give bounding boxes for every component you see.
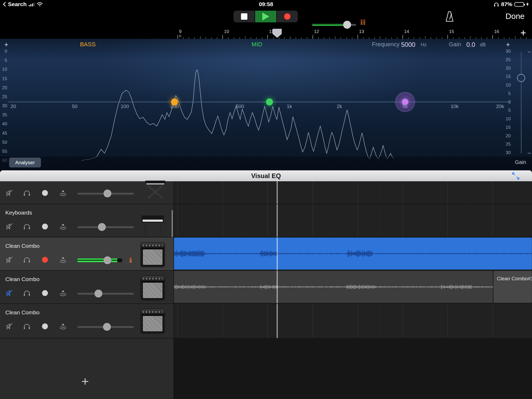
play-icon bbox=[262, 13, 269, 20]
track-row-partial[interactable] bbox=[0, 181, 174, 204]
master-level-meter bbox=[361, 20, 365, 24]
mute-icon[interactable] bbox=[5, 223, 13, 231]
output-icon[interactable] bbox=[59, 223, 67, 231]
solo-headphones-icon[interactable] bbox=[23, 223, 31, 231]
record-enable-button[interactable] bbox=[42, 290, 48, 296]
clip-indicator bbox=[130, 258, 132, 262]
track-row-keyboards[interactable]: Keyboards bbox=[0, 204, 174, 237]
mute-icon-active[interactable] bbox=[5, 289, 13, 297]
track-image[interactable] bbox=[140, 275, 165, 301]
region-label: Clean Combo#12 bbox=[497, 276, 532, 282]
output-icon[interactable] bbox=[59, 189, 67, 197]
record-enable-button[interactable] bbox=[42, 224, 48, 229]
ruler-add-button[interactable]: + bbox=[520, 27, 526, 39]
volume-thumb[interactable] bbox=[103, 323, 111, 331]
record-enable-button[interactable] bbox=[42, 257, 48, 263]
record-button[interactable] bbox=[277, 11, 298, 22]
ruler-tick bbox=[222, 35, 223, 39]
volume-thumb[interactable] bbox=[103, 190, 111, 198]
mute-icon[interactable] bbox=[5, 322, 13, 330]
eq-gain-slider[interactable] bbox=[521, 52, 522, 153]
metronome-button[interactable] bbox=[445, 11, 454, 22]
clock: 09:58 bbox=[0, 0, 532, 9]
track-image[interactable] bbox=[144, 180, 169, 205]
master-volume-thumb[interactable] bbox=[343, 21, 351, 29]
done-button[interactable]: Done bbox=[505, 12, 525, 21]
eq-node-bass[interactable] bbox=[171, 98, 178, 105]
volume-level-meter[interactable] bbox=[77, 256, 134, 264]
ruler-tick bbox=[177, 35, 178, 39]
track-row-clean-combo-3[interactable]: Clean Combo bbox=[0, 303, 174, 338]
play-button[interactable] bbox=[255, 11, 276, 22]
audio-region-clean-combo-take[interactable] bbox=[174, 271, 493, 303]
volume-thumb[interactable] bbox=[94, 290, 102, 298]
ruler-bar-number: 11 bbox=[269, 29, 274, 34]
ruler-tick bbox=[447, 35, 448, 39]
track-list-scrollbar[interactable] bbox=[172, 210, 173, 238]
analyser-toggle-button[interactable]: Analyser bbox=[9, 158, 41, 167]
track-row-clean-combo-2[interactable]: Clean Combo bbox=[0, 270, 174, 303]
solo-headphones-icon[interactable] bbox=[23, 189, 31, 197]
eq-gain-slider-thumb[interactable] bbox=[517, 74, 525, 82]
track-header-list: Keyboards Clean Combo bbox=[0, 181, 174, 399]
waveform-blue bbox=[174, 238, 532, 270]
spectrum-analyser-curve bbox=[0, 39, 532, 170]
transport-toolbar: Done bbox=[0, 9, 532, 29]
stop-button[interactable] bbox=[234, 11, 255, 22]
track-image[interactable] bbox=[140, 242, 165, 267]
output-icon[interactable] bbox=[59, 289, 67, 297]
waveform-gray bbox=[174, 271, 493, 303]
output-icon[interactable] bbox=[59, 256, 67, 264]
ruler-tick bbox=[200, 36, 201, 39]
volume-slider[interactable] bbox=[77, 223, 134, 231]
playhead-line bbox=[277, 181, 277, 338]
solo-headphones-icon[interactable] bbox=[23, 256, 31, 264]
eq-gain-axis-label: Gain bbox=[515, 159, 526, 165]
track-row-clean-combo-1[interactable]: Clean Combo bbox=[0, 237, 174, 270]
timeline[interactable]: Clean Combo#12 bbox=[174, 181, 532, 399]
volume-thumb[interactable] bbox=[98, 223, 106, 231]
track-name: Clean Combo bbox=[5, 243, 39, 249]
eq-node-treble[interactable] bbox=[402, 99, 408, 105]
battery-percentage: 87% bbox=[501, 1, 512, 7]
volume-slider[interactable] bbox=[77, 290, 134, 298]
arrange-area: Clean Combo#12 bbox=[0, 181, 532, 399]
playhead-marker[interactable] bbox=[273, 29, 282, 38]
expand-icon[interactable] bbox=[511, 171, 520, 180]
eq-node-mid[interactable] bbox=[266, 98, 273, 105]
eq-gain-plus-tick bbox=[528, 52, 531, 52]
bar-ruler[interactable]: 910111213141516B bbox=[174, 29, 532, 39]
ruler-bar-number: 13 bbox=[359, 29, 364, 34]
track-name: Clean Combo bbox=[5, 309, 39, 316]
audio-region-clean-combo-12[interactable]: Clean Combo#12 bbox=[493, 271, 532, 303]
solo-headphones-icon[interactable] bbox=[23, 322, 31, 330]
record-enable-button[interactable] bbox=[42, 190, 48, 196]
ruler-tick bbox=[290, 36, 290, 39]
volume-thumb[interactable] bbox=[103, 256, 111, 264]
row-divider bbox=[0, 237, 532, 237]
record-icon bbox=[284, 13, 290, 20]
track-image[interactable] bbox=[140, 309, 165, 334]
plugin-title: Visual EQ bbox=[251, 172, 281, 180]
mute-icon[interactable] bbox=[5, 256, 13, 264]
headphones-icon bbox=[494, 2, 499, 7]
ruler-tick bbox=[402, 35, 403, 39]
ruler-tick bbox=[515, 36, 516, 39]
status-bar: Search 09:58 87% bbox=[0, 0, 532, 9]
record-enable-button[interactable] bbox=[42, 323, 48, 329]
add-track-button[interactable]: + bbox=[81, 374, 89, 389]
track-image[interactable] bbox=[140, 211, 165, 236]
ruler-bar-number: 12 bbox=[314, 29, 319, 34]
output-icon[interactable] bbox=[59, 322, 67, 330]
audio-region-clean-combo[interactable] bbox=[174, 237, 532, 270]
ruler-tick bbox=[425, 36, 426, 39]
volume-slider[interactable] bbox=[77, 190, 134, 198]
volume-slider[interactable] bbox=[77, 323, 134, 331]
ruler-tick bbox=[313, 35, 313, 39]
mute-icon[interactable] bbox=[5, 189, 13, 197]
ruler-bar-number: 15 bbox=[449, 29, 454, 34]
plugin-title-bar[interactable]: Visual EQ bbox=[0, 170, 532, 181]
ruler-tick bbox=[335, 36, 335, 39]
solo-headphones-icon[interactable] bbox=[23, 289, 31, 297]
ruler-bar-number: 14 bbox=[404, 29, 409, 34]
